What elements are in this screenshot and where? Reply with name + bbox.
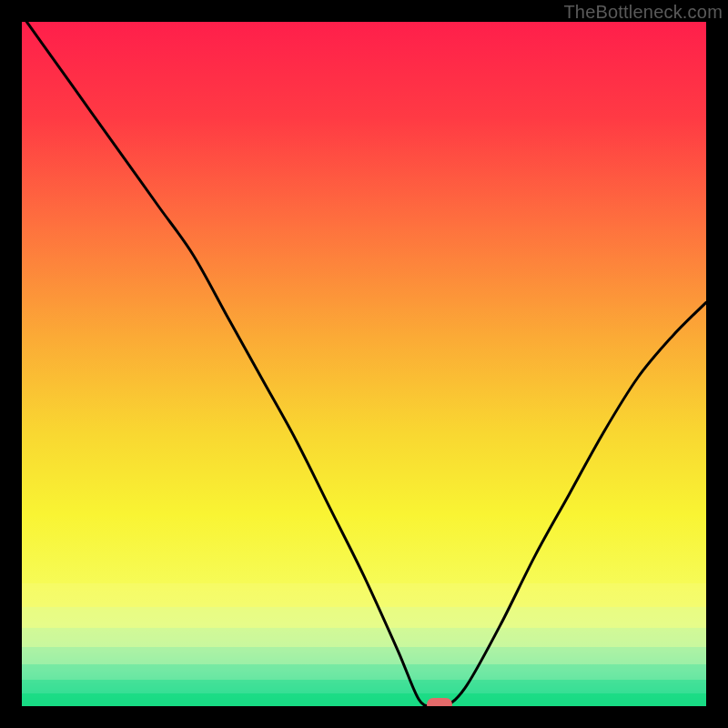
bottleneck-curve [22,22,706,706]
minimum-marker [427,698,452,706]
plot-area [22,22,706,706]
chart-frame: TheBottleneck.com [0,0,728,728]
watermark-text: TheBottleneck.com [563,2,723,23]
